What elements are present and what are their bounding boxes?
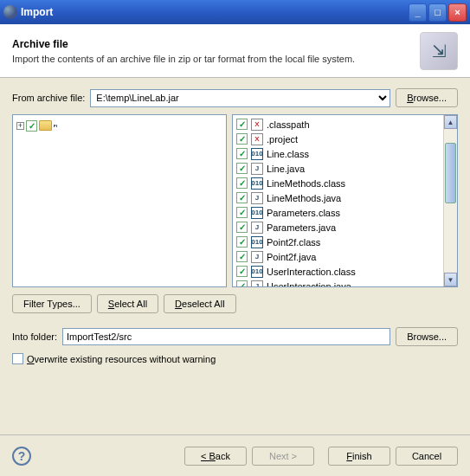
page-title: Archive file <box>12 38 420 50</box>
file-name: UserInteraction.java <box>267 281 351 288</box>
file-icon: 010 <box>251 148 263 160</box>
help-icon[interactable]: ? <box>12 447 31 466</box>
close-button[interactable]: × <box>448 3 467 22</box>
file-checkbox[interactable]: ✓ <box>236 177 248 189</box>
list-item[interactable]: ✓JParameters.java <box>236 220 443 235</box>
wizard-header: Archive file Import the contents of an a… <box>0 24 470 78</box>
browse-folder-button[interactable]: Browse... <box>396 327 458 346</box>
list-item[interactable]: ✓JLineMethods.java <box>236 190 443 205</box>
file-checkbox[interactable]: ✓ <box>236 236 248 248</box>
file-checkbox[interactable]: ✓ <box>236 280 248 287</box>
file-checkbox[interactable]: ✓ <box>236 222 248 233</box>
list-item[interactable]: ✓010Line.class <box>236 146 443 161</box>
file-checkbox[interactable]: ✓ <box>236 251 248 262</box>
list-item[interactable]: ✓X.project <box>236 132 443 146</box>
titlebar: Import _ □ × <box>0 0 470 24</box>
tree-root-row[interactable]: + ✓ <box>16 119 222 132</box>
file-name: Parameters.java <box>267 222 336 233</box>
file-icon: 010 <box>251 236 263 248</box>
app-icon <box>3 5 17 19</box>
minimize-button[interactable]: _ <box>409 3 427 22</box>
file-icon: J <box>251 280 263 288</box>
file-name: UserInteraction.class <box>267 267 356 277</box>
deselect-all-button[interactable]: Deselect All <box>164 294 235 313</box>
scroll-thumb[interactable] <box>445 143 456 203</box>
list-item[interactable]: ✓X.classpath <box>236 117 443 132</box>
file-checkbox[interactable]: ✓ <box>236 119 248 130</box>
list-item[interactable]: ✓010UserInteraction.class <box>236 264 443 279</box>
file-checkbox[interactable]: ✓ <box>236 266 248 277</box>
tree-root-label <box>54 125 57 126</box>
file-name: Line.java <box>267 164 305 174</box>
wizard-footer: ? < Back Next > Finish Cancel <box>0 434 470 476</box>
browse-archive-button[interactable]: Browse... <box>396 88 458 107</box>
import-icon: ⇲ <box>420 32 458 70</box>
list-item[interactable]: ✓010LineMethods.class <box>236 176 443 190</box>
file-name: .project <box>267 134 298 145</box>
file-checkbox[interactable]: ✓ <box>236 192 248 203</box>
file-name: Parameters.class <box>267 208 340 218</box>
file-icon: X <box>251 133 263 145</box>
file-icon: J <box>251 192 263 204</box>
into-folder-input[interactable] <box>62 328 390 345</box>
file-icon: 010 <box>251 177 263 190</box>
list-item[interactable]: ✓010Point2f.class <box>236 235 443 249</box>
list-item[interactable]: ✓010Parameters.class <box>236 205 443 220</box>
file-icon: X <box>251 119 263 131</box>
file-icon: J <box>251 163 263 175</box>
overwrite-checkbox[interactable] <box>12 353 23 364</box>
tree-checkbox[interactable]: ✓ <box>26 120 37 132</box>
file-list-pane[interactable]: ✓X.classpath✓X.project✓010Line.class✓JLi… <box>232 114 458 287</box>
file-name: Point2f.class <box>267 237 320 248</box>
folder-icon <box>39 120 52 131</box>
into-folder-label: Into folder: <box>12 331 57 342</box>
file-name: .classpath <box>267 119 310 130</box>
file-checkbox[interactable]: ✓ <box>236 133 248 145</box>
from-archive-input[interactable]: E:\temp\LineLab.jar <box>90 89 390 107</box>
cancel-button[interactable]: Cancel <box>396 447 458 466</box>
page-description: Import the contents of an archive file i… <box>12 54 420 64</box>
from-archive-label: From archive file: <box>12 93 85 103</box>
maximize-button[interactable]: □ <box>428 3 447 22</box>
filter-types-button[interactable]: Filter Types... <box>12 294 92 313</box>
expand-icon[interactable]: + <box>16 122 24 130</box>
scroll-down-icon[interactable]: ▼ <box>444 273 457 286</box>
list-item[interactable]: ✓JUserInteraction.java <box>236 279 443 287</box>
file-name: Line.class <box>267 149 309 159</box>
scrollbar[interactable]: ▲ ▼ <box>443 115 457 286</box>
overwrite-label[interactable]: Overwrite existing resources without war… <box>27 354 216 364</box>
file-name: Point2f.java <box>267 252 316 262</box>
back-button[interactable]: < Back <box>184 447 247 466</box>
file-name: LineMethods.class <box>267 178 345 189</box>
file-icon: J <box>251 251 263 263</box>
select-all-button[interactable]: Select All <box>97 294 158 313</box>
list-item[interactable]: ✓JPoint2f.java <box>236 249 443 264</box>
finish-button[interactable]: Finish <box>328 447 390 466</box>
file-icon: J <box>251 222 263 234</box>
file-icon: 010 <box>251 266 263 278</box>
list-item[interactable]: ✓JLine.java <box>236 161 443 176</box>
file-checkbox[interactable]: ✓ <box>236 207 248 218</box>
next-button: Next > <box>252 447 314 466</box>
folder-tree-pane[interactable]: + ✓ <box>12 114 227 287</box>
file-icon: 010 <box>251 207 263 219</box>
window-title: Import <box>21 6 407 18</box>
file-checkbox[interactable]: ✓ <box>236 148 248 159</box>
file-name: LineMethods.java <box>267 193 341 203</box>
file-checkbox[interactable]: ✓ <box>236 163 248 174</box>
scroll-up-icon[interactable]: ▲ <box>444 115 457 129</box>
